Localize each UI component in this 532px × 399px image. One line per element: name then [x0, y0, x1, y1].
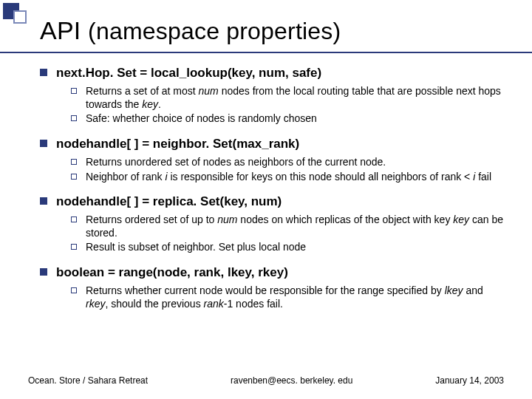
- sub-em: num: [217, 214, 237, 225]
- heading-replica-set: nodehandle[ ] = replica. Set(key, num): [40, 194, 505, 209]
- block-neighbor-set: nodehandle[ ] = neighbor. Set(max_rank) …: [40, 136, 505, 183]
- sub-item: Safe: whether choice of nodes is randoml…: [40, 112, 505, 126]
- sub-text: Returns whether current node would be re…: [86, 284, 445, 296]
- title-main: API: [40, 16, 88, 44]
- sub-text: Result is subset of neighbor. Set plus l…: [86, 241, 306, 253]
- sub-em: rkey: [86, 298, 105, 310]
- slide: API (namespace properties) next.Hop. Set…: [0, 0, 532, 399]
- bullet-open-square-icon: [71, 88, 77, 94]
- block-replica-set: nodehandle[ ] = replica. Set(key, num) R…: [40, 194, 505, 254]
- slide-title: API (namespace properties): [40, 16, 341, 45]
- bullet-square-icon: [40, 69, 47, 76]
- bullet-square-icon: [40, 197, 47, 205]
- sub-em: rank: [204, 298, 224, 310]
- heading-text: next.Hop. Set = local_lookup(key, num, s…: [56, 66, 321, 80]
- sub-text: , should the previous: [105, 298, 203, 310]
- sub-item: Result is subset of neighbor. Set plus l…: [40, 241, 505, 254]
- title-paren: (namespace properties): [88, 18, 341, 44]
- square-outline-icon: [13, 10, 27, 24]
- bullet-square-icon: [40, 140, 47, 147]
- content-area: next.Hop. Set = local_lookup(key, num, s…: [40, 65, 505, 321]
- heading-local-lookup: next.Hop. Set = local_lookup(key, num, s…: [40, 65, 505, 81]
- footer-right: January 14, 2003: [435, 375, 504, 386]
- sub-text: -1 nodes fail.: [224, 298, 283, 310]
- sub-item: Neighbor of rank i is responsible for ke…: [40, 171, 505, 184]
- bullet-square-icon: [40, 268, 47, 276]
- bullet-open-square-icon: [71, 216, 77, 222]
- sub-em: num: [199, 85, 219, 97]
- sub-text: Safe: whether choice of nodes is randoml…: [86, 112, 317, 124]
- sub-item: Returns a set of at most num nodes from …: [40, 85, 505, 111]
- sub-text: nodes on which replicas of the object wi…: [237, 214, 453, 225]
- bullet-open-square-icon: [71, 287, 77, 293]
- heading-neighbor-set: nodehandle[ ] = neighbor. Set(max_rank): [40, 136, 505, 151]
- block-range: boolean = range(node, rank, lkey, rkey) …: [40, 265, 505, 310]
- bullet-open-square-icon: [71, 159, 77, 165]
- sub-text: and: [463, 284, 483, 296]
- heading-text: nodehandle[ ] = replica. Set(key, num): [56, 194, 282, 208]
- sub-text: Returns ordered set of up to: [86, 214, 217, 225]
- heading-text: boolean = range(node, rank, lkey, rkey): [56, 265, 288, 279]
- heading-range: boolean = range(node, rank, lkey, rkey): [40, 265, 505, 280]
- heading-text: nodehandle[ ] = neighbor. Set(max_rank): [56, 137, 299, 151]
- footer-left: Ocean. Store / Sahara Retreat: [28, 375, 148, 386]
- sub-em: key: [453, 214, 469, 225]
- sub-text: .: [158, 98, 161, 110]
- sub-em: key: [142, 98, 158, 110]
- sub-text: fail: [475, 171, 491, 183]
- title-underline: [0, 52, 532, 53]
- sub-item: Returns unordered set of nodes as neighb…: [40, 156, 505, 169]
- sub-item: Returns ordered set of up to num nodes o…: [40, 214, 505, 239]
- sub-text: Returns unordered set of nodes as neighb…: [86, 156, 386, 168]
- sub-item: Returns whether current node would be re…: [40, 284, 505, 310]
- sub-em: lkey: [445, 284, 463, 296]
- sub-text: Neighbor of rank: [86, 171, 165, 183]
- bullet-open-square-icon: [71, 115, 77, 121]
- corner-decoration: [3, 3, 37, 25]
- block-local-lookup: next.Hop. Set = local_lookup(key, num, s…: [40, 65, 505, 126]
- sub-text: is responsible for keys on this node sho…: [168, 171, 474, 183]
- footer: Ocean. Store / Sahara Retreat ravenben@e…: [28, 375, 504, 386]
- bullet-open-square-icon: [71, 174, 77, 180]
- sub-text: Returns a set of at most: [86, 85, 199, 97]
- bullet-open-square-icon: [71, 244, 77, 250]
- footer-center: ravenben@eecs. berkeley. edu: [231, 375, 352, 386]
